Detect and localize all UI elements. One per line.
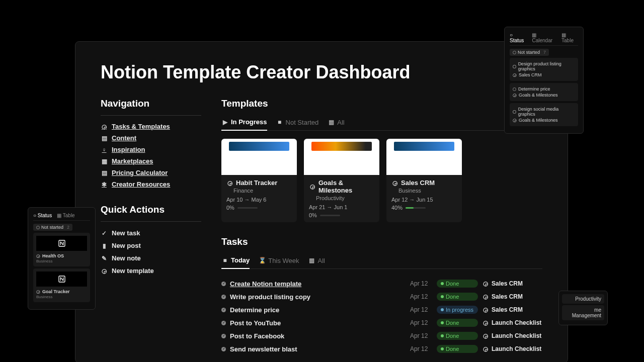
popup-tab[interactable]: ○ Status (510, 32, 527, 43)
main-dashboard: Notion Template Creator Dashboard Naviga… (75, 41, 568, 362)
card-category: Finance (233, 188, 292, 194)
task-row[interactable]: ✓ Create Notion template Apr 12 Done ◶Sa… (221, 277, 542, 290)
task-row[interactable]: ✓ Post to Facebook Apr 12 Done ◶Launch C… (221, 329, 542, 342)
popup-top-right: ○ Status▦ Calendar▦ Table Not started7 D… (504, 27, 584, 134)
task-name: Send newsletter blast (230, 345, 406, 353)
project-icon: ◶ (482, 293, 489, 300)
nav-icon: ✱ (101, 181, 108, 188)
tab-label: Today (231, 256, 250, 264)
card-date: Apr 10 → May 6 (226, 197, 292, 203)
template-tab[interactable]: ▶In Progress (221, 115, 267, 131)
nav-icon: ▤ (101, 169, 108, 176)
task-project[interactable]: ◶Sales CRM (482, 293, 542, 300)
card-name: Goals & Milestones (318, 179, 374, 194)
check-icon[interactable]: ✓ (221, 295, 226, 299)
template-icon: ◶ (309, 183, 316, 190)
popup-tab[interactable]: ▦ Table (57, 213, 75, 218)
popup-row[interactable]: me Management (562, 305, 604, 320)
card-thumbnail (386, 139, 462, 175)
template-tab[interactable]: ■Not Started (276, 115, 319, 130)
task-date: Apr 12 (410, 319, 433, 326)
nav-item[interactable]: ◶Tasks & Templates (101, 121, 201, 132)
task-row[interactable]: ✓ Post to YouTube Apr 12 Done ◶Launch Ch… (221, 316, 542, 329)
card-thumbnail (304, 139, 379, 175)
status-pill: Done (437, 345, 478, 353)
task-date: Apr 12 (410, 345, 433, 352)
task-date: Apr 12 (410, 280, 433, 287)
nav-item[interactable]: ✱Creator Resources (101, 178, 201, 190)
task-project[interactable]: ◶Launch Checklist (482, 345, 542, 352)
check-icon[interactable]: ✓ (221, 334, 226, 338)
task-tab[interactable]: ⌛This Week (259, 253, 299, 268)
nav-item[interactable]: ▤Pricing Calculator (101, 167, 201, 178)
check-icon[interactable]: ✓ (221, 308, 226, 312)
nav-label: Tasks & Templates (112, 123, 170, 130)
popup-card[interactable]: ◶Goal Tracker Business (33, 268, 90, 302)
popup-card[interactable]: ◶Health OS Business (33, 233, 90, 266)
check-icon[interactable]: ✓ (221, 282, 226, 286)
tab-icon: ■ (276, 119, 283, 126)
nav-label: Pricing Calculator (112, 169, 168, 176)
nav-heading: Navigation (101, 98, 201, 109)
nav-label: Content (112, 134, 136, 142)
task-row[interactable]: ✓ Send newsletter blast Apr 12 Done ◶Lau… (221, 342, 542, 355)
project-icon: ◶ (482, 280, 489, 287)
qa-label: New template (112, 267, 154, 275)
status-pill: Done (437, 332, 478, 340)
nav-label: Marketplaces (112, 157, 153, 165)
page-title: Notion Template Creator Dashboard (101, 62, 542, 83)
tab-label: Not Started (286, 119, 319, 126)
popup-item[interactable]: Design product listing graphics◶Sales CR… (510, 58, 578, 81)
task-project[interactable]: ◶Sales CRM (482, 306, 542, 313)
quick-action[interactable]: ✎New note (101, 252, 201, 264)
quick-action[interactable]: ✓New task (101, 227, 201, 239)
check-icon[interactable]: ✓ (221, 347, 226, 351)
task-name: Write product listing copy (230, 293, 406, 301)
task-project[interactable]: ◶Launch Checklist (482, 332, 542, 339)
check-icon[interactable]: ✓ (221, 321, 226, 325)
status-pill: Done (437, 280, 478, 288)
task-tab[interactable]: ■Today (221, 253, 250, 269)
tab-label: In Progress (231, 118, 267, 126)
nav-icon: ▤ (101, 135, 108, 142)
template-tab[interactable]: ▦All (328, 115, 344, 130)
card-category: Productivity (316, 195, 374, 201)
nav-item[interactable]: ▤Content (101, 132, 201, 144)
template-card[interactable]: ◶Goals & Milestones Productivity Apr 21 … (304, 139, 379, 222)
task-row[interactable]: ✓ Write product listing copy Apr 12 Done… (221, 290, 542, 303)
tab-label: This Week (268, 257, 299, 264)
task-project[interactable]: ◶Launch Checklist (482, 319, 542, 326)
quick-action[interactable]: ◶New template (101, 264, 201, 277)
template-card[interactable]: ◶Sales CRM Business Apr 12 → Jun 15 40% (386, 139, 462, 222)
popup-row[interactable]: Productivity (562, 294, 604, 304)
popup-tab[interactable]: ▦ Calendar (532, 32, 556, 43)
task-row[interactable]: ✓ Determine price Apr 12 In progress ◶Sa… (221, 303, 542, 316)
card-date: Apr 21 → Jun 1 (309, 204, 374, 210)
tab-icon: ▦ (308, 257, 315, 264)
nav-item[interactable]: ▦Marketplaces (101, 155, 201, 167)
qa-icon: ▮ (101, 242, 108, 249)
popup-tab[interactable]: ▦ Table (561, 32, 578, 43)
status-tag[interactable]: Not started7 (510, 49, 549, 56)
status-tag[interactable]: Not started2 (33, 224, 72, 231)
task-date: Apr 12 (410, 306, 433, 313)
nav-label: Inspiration (112, 146, 145, 153)
task-tab[interactable]: ▦All (308, 253, 325, 268)
popup-item[interactable]: Determine price◶Goals & Milestones (510, 83, 578, 101)
qa-label: New task (112, 229, 140, 237)
task-project[interactable]: ◶Sales CRM (482, 280, 542, 287)
nav-label: Creator Resources (112, 180, 170, 188)
template-card[interactable]: ◶Habit Tracker Finance Apr 10 → May 6 0% (221, 139, 297, 222)
card-pct: 0% (309, 212, 317, 218)
templates-heading: Templates (221, 98, 542, 109)
project-icon: ◶ (482, 319, 489, 326)
popup-tab[interactable]: ○ Status (33, 213, 52, 218)
task-name: Post to YouTube (230, 319, 406, 327)
qa-icon: ✓ (101, 230, 108, 237)
qa-icon: ◶ (101, 267, 108, 275)
quick-action[interactable]: ▮New post (101, 239, 201, 252)
task-name: Post to Facebook (230, 332, 406, 340)
template-icon: ◶ (226, 179, 233, 187)
popup-item[interactable]: Design social media graphics◶Goals & Mil… (510, 103, 578, 126)
nav-item[interactable]: ♀Inspiration (101, 144, 201, 155)
